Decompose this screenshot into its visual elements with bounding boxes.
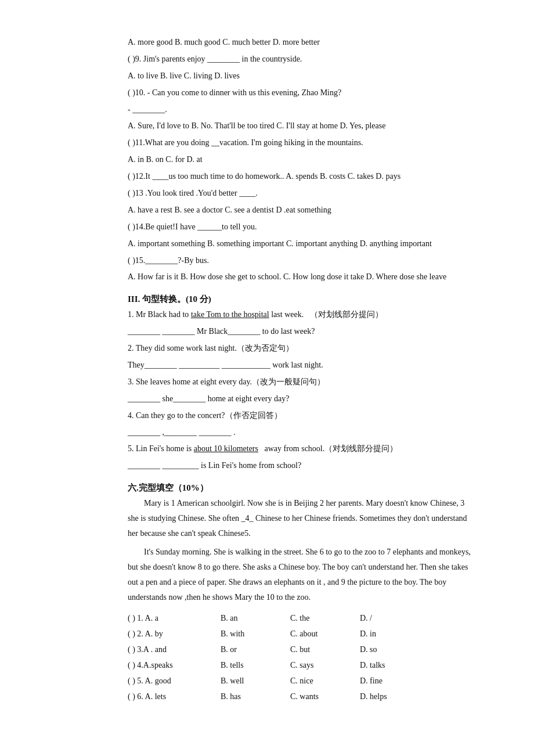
cloze-item-4: ( ) 4.A.speaks B. tells C. says D. talks <box>128 658 476 672</box>
cloze-q6-b: B. has <box>221 689 290 704</box>
cloze-item-1: ( ) 1. A. a B. an C. the D. / <box>128 611 476 625</box>
section6-para2: It's Sunday morning. She is walking in t… <box>128 545 476 605</box>
section6-para1: Mary is 1 American schoolgirl. Now she i… <box>128 496 476 541</box>
cloze-q2-b: B. with <box>221 627 290 641</box>
s3-q5-ans: ________ _________ is Lin Fei's home fro… <box>128 458 476 473</box>
q11-options: A. in B. on C. for D. at <box>128 152 476 167</box>
q13-stem: ( )13 .You look tired .You'd better ____… <box>128 186 476 201</box>
cloze-q3-a: ( ) 3.A . and <box>128 642 221 657</box>
options-row-1: A. more good B. much good C. much better… <box>128 35 476 50</box>
q10-stem2: - ________. <box>128 102 476 117</box>
q10-options: A. Sure, I'd love to B. No. That'll be t… <box>128 118 476 134</box>
section3-title: III. 句型转换。(10 分) <box>128 294 211 304</box>
cloze-q3-d: D. so <box>360 642 418 657</box>
cloze-item-2: ( ) 2. A. by B. with C. about D. in <box>128 627 476 641</box>
cloze-q5-b: B. well <box>221 674 290 688</box>
s3-q2-ans: They________ __________ ____________ wor… <box>128 358 476 373</box>
cloze-q2-c: C. about <box>290 627 360 641</box>
q13-options: A. have a rest B. see a doctor C. see a … <box>128 203 476 218</box>
cloze-q4-b: B. tells <box>221 658 290 672</box>
cloze-q1-c: C. the <box>290 611 360 625</box>
q10-stem: ( )10. - Can you come to dinner with us … <box>128 85 476 100</box>
s3-q3-ans: ________ she________ home at eight every… <box>128 391 476 406</box>
section6-title: 六.完型填空（10%） <box>128 483 208 492</box>
q9-options: A. to live B. live C. living D. lives <box>128 69 476 84</box>
cloze-q1-b: B. an <box>221 611 290 625</box>
q12-stem: ( )12.It ____us too much time to do home… <box>128 169 476 184</box>
s3-q1-stem: 1. Mr Black had to take Tom to the hospi… <box>128 307 476 322</box>
cloze-q2-a: ( ) 2. A. by <box>128 627 221 641</box>
s3-q5-underline: about 10 kilometers <box>194 444 258 453</box>
cloze-q4-c: C. says <box>290 658 360 672</box>
cloze-q6-a: ( ) 6. A. lets <box>128 689 221 704</box>
cloze-q6-c: C. wants <box>290 689 360 704</box>
cloze-q3-c: C. but <box>290 642 360 657</box>
cloze-item-5: ( ) 5. A. good B. well C. nice D. fine <box>128 674 476 688</box>
cloze-q1-d: D. / <box>360 611 418 625</box>
q11-stem: ( )11.What are you doing __vacation. I'm… <box>128 135 476 150</box>
q9-stem: ( )9. Jim's parents enjoy ________ in th… <box>128 52 476 67</box>
s3-q4-ans: ________ ,________ ________ . <box>128 425 476 440</box>
cloze-q1-a: ( ) 1. A. a <box>128 611 221 625</box>
cloze-q4-d: D. talks <box>360 658 418 672</box>
cloze-q5-a: ( ) 5. A. good <box>128 674 221 688</box>
s3-q5-stem: 5. Lin Fei's home is about 10 kilometers… <box>128 441 476 456</box>
exam-content: A. more good B. much good C. much better… <box>128 35 476 704</box>
q14-stem: ( )14.Be quiet!I have ______to tell you. <box>128 219 476 235</box>
s3-q3-stem: 3. She leaves home at eight every day.（改… <box>128 375 476 390</box>
s3-q4-stem: 4. Can they go to the concert?（作否定回答） <box>128 408 476 423</box>
q14-options: A. important something B. something impo… <box>128 236 476 251</box>
cloze-item-3: ( ) 3.A . and B. or C. but D. so <box>128 642 476 657</box>
q15-options: A. How far is it B. How dose she get to … <box>128 269 476 285</box>
cloze-q5-d: D. fine <box>360 674 418 688</box>
cloze-q2-d: D. in <box>360 627 418 641</box>
cloze-q6-d: D. helps <box>360 689 418 704</box>
cloze-q3-b: B. or <box>221 642 290 657</box>
s3-q1-ans: ________ ________ Mr Black________ to do… <box>128 324 476 339</box>
s3-q2-stem: 2. They did some work last night.（改为否定句） <box>128 341 476 356</box>
cloze-item-6: ( ) 6. A. lets B. has C. wants D. helps <box>128 689 476 704</box>
s3-q1-underline: take Tom to the hospital <box>191 310 269 319</box>
cloze-q4-a: ( ) 4.A.speaks <box>128 658 221 672</box>
cloze-q5-c: C. nice <box>290 674 360 688</box>
q15-stem: ( )15.________?-By bus. <box>128 253 476 268</box>
